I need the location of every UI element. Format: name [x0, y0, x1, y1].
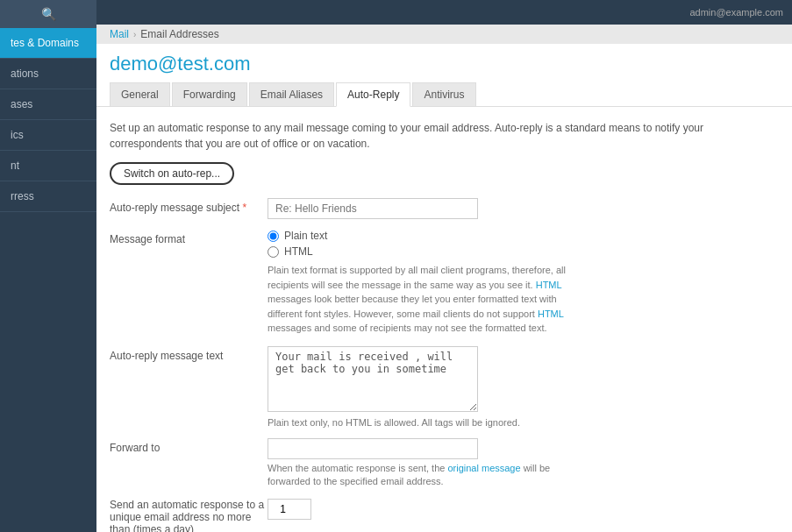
message-format-row: Message format Plain text HTML — [110, 230, 779, 336]
sidebar-item-ics[interactable]: ics — [0, 120, 96, 151]
radio-plain-text-input[interactable] — [268, 231, 279, 242]
format-description: Plain text format is supported by all ma… — [268, 263, 592, 336]
tab-email-aliases[interactable]: Email Aliases — [249, 82, 334, 106]
topbar-user: admin@example.com — [689, 7, 783, 18]
textarea-hint: Plain text only, no HTML is allowed. All… — [268, 417, 779, 428]
message-text-input[interactable] — [268, 346, 478, 412]
message-format-label: Message format — [110, 230, 268, 245]
page-title: demo@test.com — [110, 53, 779, 75]
sidebar: 🔍 tes & Domains ations ases ics nt rress — [0, 0, 96, 532]
form-area: Set up an automatic response to any mail… — [96, 107, 792, 532]
breadcrumb: Mail › Email Addresses — [96, 25, 792, 44]
message-text-row: Auto-reply message text Plain text only,… — [110, 346, 779, 428]
search-icon: 🔍 — [41, 7, 56, 21]
subject-label: Auto-reply message subject * — [110, 198, 268, 214]
radio-html[interactable]: HTML — [268, 245, 779, 258]
tab-general[interactable]: General — [110, 82, 170, 106]
send-limit-label-area: Send an automatic response to a unique e… — [110, 499, 268, 532]
tabs-container: General Forwarding Email Aliases Auto-Re… — [96, 75, 792, 107]
send-limit-input[interactable] — [268, 499, 311, 520]
page-header: demo@test.com — [96, 44, 792, 75]
sidebar-item-ases[interactable]: ases — [0, 89, 96, 120]
breadcrumb-arrow: › — [133, 30, 136, 39]
radio-plain-text[interactable]: Plain text — [268, 230, 779, 242]
auto-reply-description: Set up an automatic response to any mail… — [110, 120, 779, 152]
subject-required-star: * — [242, 202, 246, 214]
subject-row: Auto-reply message subject * — [110, 198, 779, 219]
tab-auto-reply[interactable]: Auto-Reply — [336, 82, 410, 107]
message-text-control: Plain text only, no HTML is allowed. All… — [268, 346, 779, 428]
breadcrumb-mail[interactable]: Mail — [110, 28, 129, 40]
subject-input[interactable] — [268, 198, 478, 219]
main-content: admin@example.com Mail › Email Addresses… — [96, 0, 792, 532]
send-limit-control — [268, 499, 779, 520]
sidebar-item-nt[interactable]: nt — [0, 151, 96, 181]
sidebar-item-domains[interactable]: tes & Domains — [0, 28, 96, 59]
radio-group-format: Plain text HTML — [268, 230, 779, 258]
radio-html-input[interactable] — [268, 246, 279, 258]
topbar: admin@example.com — [96, 0, 792, 25]
breadcrumb-email-addresses: Email Addresses — [140, 28, 218, 40]
subject-control — [268, 198, 779, 219]
forward-to-row: Forward to When the automatic response i… — [110, 438, 779, 489]
forward-to-input[interactable] — [268, 438, 478, 459]
tab-antivirus[interactable]: Antivirus — [412, 82, 475, 106]
forward-hint: When the automatic response is sent, the… — [268, 462, 592, 489]
sidebar-search[interactable]: 🔍 — [0, 0, 96, 28]
forward-to-control: When the automatic response is sent, the… — [268, 438, 779, 489]
sidebar-item-ations[interactable]: ations — [0, 59, 96, 89]
sidebar-item-rress[interactable]: rress — [0, 181, 96, 212]
switch-on-auto-reply-button[interactable]: Switch on auto-rep... — [110, 162, 234, 185]
page-content: Mail › Email Addresses demo@test.com Gen… — [96, 25, 792, 532]
forward-to-label: Forward to — [110, 438, 268, 454]
tab-forwarding[interactable]: Forwarding — [172, 82, 247, 106]
message-format-control: Plain text HTML Plain text format is sup… — [268, 230, 779, 336]
send-limit-row: Send an automatic response to a unique e… — [110, 499, 779, 532]
message-text-label: Auto-reply message text — [110, 346, 268, 362]
